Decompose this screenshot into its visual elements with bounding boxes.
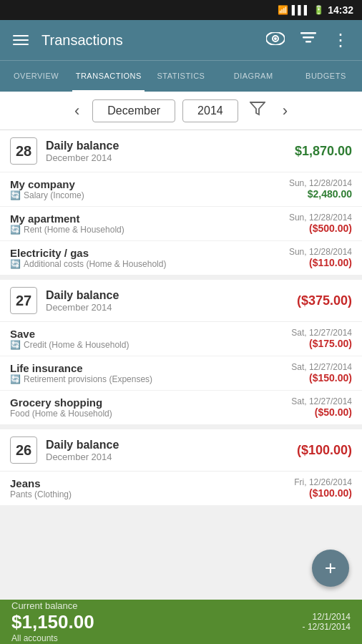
next-month-button[interactable]: › bbox=[277, 99, 293, 123]
txn-date: Sat, 12/27/2014 bbox=[291, 396, 352, 406]
more-vert-icon[interactable]: ⋮ bbox=[329, 27, 352, 53]
all-accounts-label: All accounts bbox=[11, 633, 303, 643]
current-balance-amount: $1,150.00 bbox=[11, 611, 303, 633]
status-time: 14:32 bbox=[328, 4, 353, 16]
wifi-icon: 📶 bbox=[278, 5, 288, 15]
transaction-row[interactable]: Grocery shopping Food (Home & Household)… bbox=[0, 391, 362, 425]
status-bar: 📶 ▌▌▌ 🔋 14:32 bbox=[0, 0, 362, 20]
txn-sub: 🔄 Retirement provisions (Expenses) bbox=[10, 374, 152, 384]
tab-statistics[interactable]: STATISTICS bbox=[145, 61, 217, 92]
fab-add-button[interactable]: + bbox=[312, 550, 349, 587]
day-block-27: 27 Daily balance December 2014 ($375.00)… bbox=[0, 280, 362, 425]
txn-name: Save bbox=[10, 328, 129, 340]
hamburger-button[interactable] bbox=[10, 32, 31, 48]
txn-date: Sun, 12/28/2014 bbox=[289, 178, 352, 188]
recurring-icon: 🔄 bbox=[10, 190, 21, 200]
svg-rect-5 bbox=[305, 41, 311, 43]
year-selector[interactable]: 2014 bbox=[182, 99, 238, 122]
day-balance-label-26: Daily balance bbox=[46, 439, 288, 452]
transaction-row[interactable]: Jeans Pants (Clothing) Fri, 12/26/2014 (… bbox=[0, 472, 362, 506]
txn-name: Electricity / gas bbox=[10, 247, 166, 259]
visibility-icon[interactable] bbox=[263, 28, 288, 52]
day-block-28: 28 Daily balance December 2014 $1,870.00… bbox=[0, 130, 362, 275]
day-number-28: 28 bbox=[10, 137, 37, 165]
txn-name: My apartment bbox=[10, 213, 124, 225]
txn-sub: 🔄 Additional costs (Home & Household) bbox=[10, 259, 166, 269]
day-balance-amount-26: ($100.00) bbox=[297, 443, 352, 458]
current-balance-label: Current balance bbox=[11, 600, 303, 611]
month-selector[interactable]: December bbox=[92, 99, 175, 122]
sort-icon[interactable] bbox=[298, 28, 319, 52]
transaction-row[interactable]: Electricity / gas 🔄 Additional costs (Ho… bbox=[0, 241, 362, 275]
recurring-icon: 🔄 bbox=[10, 374, 21, 384]
txn-amount: ($150.00) bbox=[291, 372, 352, 384]
day-balance-sub-26: December 2014 bbox=[46, 452, 288, 462]
txn-amount: ($50.00) bbox=[291, 406, 352, 418]
transaction-row[interactable]: Save 🔄 Credit (Home & Household) Sat, 12… bbox=[0, 322, 362, 356]
recurring-icon: 🔄 bbox=[10, 340, 21, 350]
txn-date: Fri, 12/26/2014 bbox=[294, 477, 352, 487]
day-header-27[interactable]: 27 Daily balance December 2014 ($375.00) bbox=[0, 280, 362, 322]
txn-sub: 🔄 Salary (Income) bbox=[10, 190, 84, 200]
date-range-text: 12/1/2014 - 12/31/2014 bbox=[303, 612, 351, 632]
tab-budgets[interactable]: BUDGETS bbox=[290, 61, 362, 92]
txn-date: Sun, 12/28/2014 bbox=[289, 213, 352, 223]
bottom-date-range: 12/1/2014 - 12/31/2014 bbox=[303, 612, 351, 632]
fab-add-icon: + bbox=[325, 558, 336, 578]
recurring-icon: 🔄 bbox=[10, 225, 21, 235]
toolbar-title: Transactions bbox=[41, 32, 253, 49]
txn-amount: ($100.00) bbox=[294, 487, 352, 499]
txn-sub: 🔄 Rent (Home & Household) bbox=[10, 225, 124, 235]
day-balance-label-28: Daily balance bbox=[46, 140, 286, 152]
txn-name: Life insurance bbox=[10, 362, 152, 374]
day-balance-label-27: Daily balance bbox=[46, 289, 288, 302]
tab-diagram[interactable]: DIAGRAM bbox=[217, 61, 290, 92]
day-balance-sub-28: December 2014 bbox=[46, 152, 286, 163]
day-header-28[interactable]: 28 Daily balance December 2014 $1,870.00 bbox=[0, 130, 362, 172]
transaction-row[interactable]: My apartment 🔄 Rent (Home & Household) S… bbox=[0, 207, 362, 241]
svg-rect-4 bbox=[303, 36, 314, 39]
tabs: OVERVIEW TRANSACTIONS STATISTICS DIAGRAM… bbox=[0, 60, 362, 92]
status-icons: 📶 ▌▌▌ 🔋 14:32 bbox=[278, 4, 353, 16]
txn-sub: Pants (Clothing) bbox=[10, 489, 72, 499]
transaction-row[interactable]: My company 🔄 Salary (Income) Sun, 12/28/… bbox=[0, 172, 362, 207]
recurring-icon: 🔄 bbox=[10, 259, 21, 269]
battery-icon: 🔋 bbox=[313, 5, 324, 15]
txn-name: Grocery shopping bbox=[10, 396, 112, 409]
txn-amount: ($175.00) bbox=[291, 338, 352, 349]
txn-date: Sat, 12/27/2014 bbox=[291, 328, 352, 338]
filter-icon[interactable] bbox=[245, 102, 270, 119]
signal-icon: ▌▌▌ bbox=[292, 5, 310, 15]
day-balance-amount-28: $1,870.00 bbox=[295, 144, 352, 159]
txn-amount: $2,480.00 bbox=[289, 188, 352, 200]
txn-date: Sun, 12/28/2014 bbox=[289, 247, 352, 257]
svg-rect-3 bbox=[300, 32, 316, 34]
prev-month-button[interactable]: ‹ bbox=[69, 99, 85, 123]
txn-name: Jeans bbox=[10, 477, 72, 489]
transaction-row[interactable]: Life insurance 🔄 Retirement provisions (… bbox=[0, 356, 362, 391]
day-number-26: 26 bbox=[10, 436, 37, 464]
tab-overview[interactable]: OVERVIEW bbox=[0, 61, 72, 92]
day-number-27: 27 bbox=[10, 287, 37, 314]
svg-point-2 bbox=[274, 37, 277, 40]
transactions-content: 28 Daily balance December 2014 $1,870.00… bbox=[0, 130, 362, 600]
txn-amount: ($500.00) bbox=[289, 223, 352, 234]
bottom-bar: Current balance $1,150.00 All accounts 1… bbox=[0, 600, 362, 644]
day-header-26[interactable]: 26 Daily balance December 2014 ($100.00) bbox=[0, 429, 362, 472]
txn-name: My company bbox=[10, 178, 84, 190]
date-nav: ‹ December 2014 › bbox=[0, 92, 362, 130]
txn-amount: ($110.00) bbox=[289, 257, 352, 268]
txn-date: Sat, 12/27/2014 bbox=[291, 362, 352, 372]
txn-sub: Food (Home & Household) bbox=[10, 409, 112, 419]
day-balance-amount-27: ($375.00) bbox=[297, 293, 352, 308]
day-block-26: 26 Daily balance December 2014 ($100.00)… bbox=[0, 429, 362, 506]
day-balance-sub-27: December 2014 bbox=[46, 302, 288, 313]
tab-transactions[interactable]: TRANSACTIONS bbox=[72, 61, 145, 92]
toolbar: Transactions ⋮ bbox=[0, 20, 362, 60]
txn-sub: 🔄 Credit (Home & Household) bbox=[10, 340, 129, 350]
